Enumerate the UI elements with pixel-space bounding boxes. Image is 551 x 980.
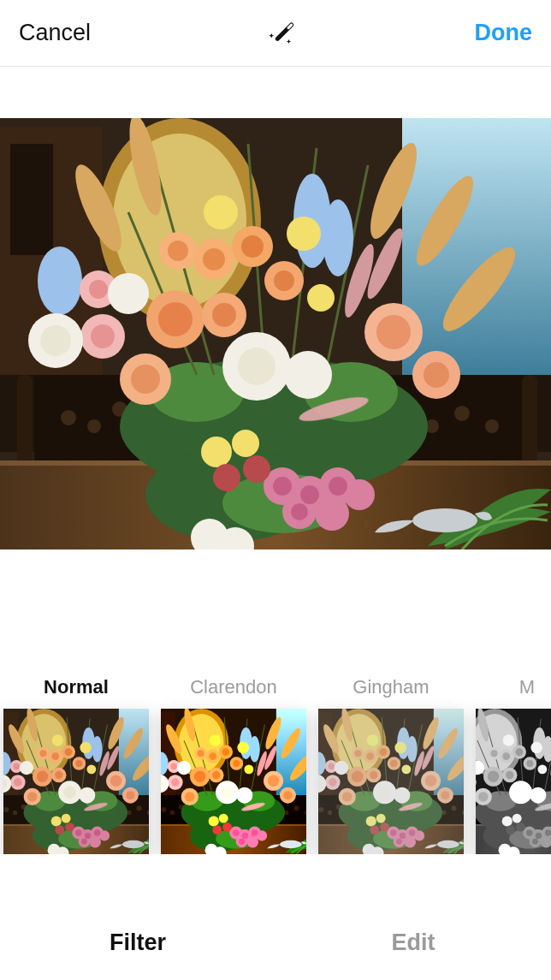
filter-clarendon[interactable]: Clarendon bbox=[161, 676, 306, 854]
done-button[interactable]: Done bbox=[474, 20, 532, 46]
tab-filter[interactable]: Filter bbox=[0, 930, 276, 956]
cancel-button[interactable]: Cancel bbox=[19, 20, 91, 46]
header: Cancel Done bbox=[0, 0, 551, 67]
photo-content bbox=[0, 118, 551, 549]
filter-gingham[interactable]: Gingham bbox=[318, 676, 464, 854]
filter-strip[interactable]: NormalClarendonGinghamM bbox=[0, 676, 551, 854]
magic-wand-icon bbox=[264, 15, 300, 51]
bottom-tabs: Filter Edit bbox=[0, 905, 551, 980]
photo-preview[interactable] bbox=[0, 118, 551, 549]
filter-m[interactable]: M bbox=[476, 676, 551, 854]
filter-label: Gingham bbox=[318, 676, 464, 700]
filter-label: Normal bbox=[3, 676, 149, 700]
filter-thumbnail bbox=[318, 709, 464, 854]
filter-thumbnail bbox=[476, 709, 551, 854]
filter-thumbnail bbox=[161, 709, 306, 854]
filter-thumbnail bbox=[3, 709, 149, 854]
filter-normal[interactable]: Normal bbox=[3, 676, 149, 854]
tab-edit[interactable]: Edit bbox=[276, 930, 551, 956]
filter-label: Clarendon bbox=[161, 676, 306, 700]
filter-label: M bbox=[476, 676, 551, 700]
auto-enhance-button[interactable] bbox=[263, 14, 302, 53]
